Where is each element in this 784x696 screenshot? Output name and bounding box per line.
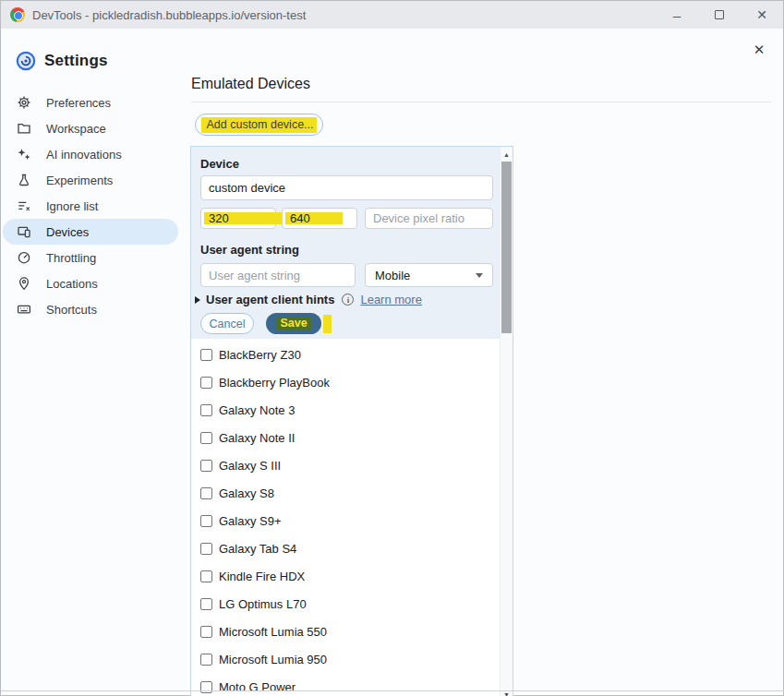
ignore-list-icon bbox=[17, 198, 31, 213]
device-checkbox[interactable] bbox=[200, 377, 212, 389]
info-icon: i bbox=[342, 294, 354, 306]
flask-icon bbox=[17, 173, 31, 187]
device-label: Microsoft Lumia 950 bbox=[219, 653, 327, 666]
device-checkbox[interactable] bbox=[200, 598, 212, 610]
settings-close-button[interactable]: ✕ bbox=[750, 41, 768, 59]
device-checkbox[interactable] bbox=[200, 404, 212, 416]
page-title: Emulated Devices bbox=[191, 76, 310, 92]
device-label: Galaxy S8 bbox=[219, 486, 274, 500]
pin-icon bbox=[17, 276, 31, 291]
device-checkbox[interactable] bbox=[200, 349, 212, 361]
device-height-input-wrap bbox=[282, 208, 357, 229]
chevron-down-icon bbox=[476, 273, 483, 278]
device-list-row: Galaxy S9+ bbox=[191, 507, 500, 534]
folder-icon bbox=[17, 121, 31, 136]
device-label: Galaxy S9+ bbox=[219, 514, 282, 528]
device-list-row: Microsoft Lumia 550 bbox=[191, 618, 500, 645]
device-checkbox[interactable] bbox=[200, 487, 212, 499]
keyboard-icon bbox=[17, 302, 31, 317]
device-label: Kindle Fire HDX bbox=[219, 570, 305, 583]
device-width-input-wrap bbox=[200, 208, 276, 229]
save-button[interactable]: Save bbox=[266, 313, 321, 334]
window-close-button[interactable]: ✕ bbox=[741, 1, 783, 29]
sidebar-item-ignore-list[interactable]: Ignore list bbox=[3, 193, 178, 219]
maximize-icon bbox=[715, 10, 724, 19]
device-list-container: Device User agent string Mobile bbox=[190, 146, 513, 696]
sidebar-item-workspace[interactable]: Workspace bbox=[3, 115, 178, 141]
gauge-icon bbox=[17, 250, 31, 265]
device-label: Galaxy Note 3 bbox=[219, 403, 295, 417]
device-list-row: Galaxy S8 bbox=[191, 479, 500, 507]
emulated-device-list: BlackBerry Z30 Blackberry PlayBook Galax… bbox=[191, 339, 500, 696]
settings-title: Settings bbox=[44, 52, 108, 70]
device-checkbox[interactable] bbox=[200, 515, 212, 527]
device-list-row: Galaxy Note 3 bbox=[191, 396, 500, 424]
device-name-input[interactable] bbox=[200, 175, 493, 200]
device-list-row: Galaxy Tab S4 bbox=[191, 534, 500, 562]
cancel-button[interactable]: Cancel bbox=[200, 313, 254, 334]
device-list-row: Galaxy S III bbox=[191, 451, 500, 479]
sparkle-icon bbox=[17, 147, 31, 162]
device-list-row: Microsoft Lumia 950 bbox=[191, 645, 500, 673]
sidebar-item-experiments[interactable]: Experiments bbox=[3, 167, 178, 193]
sidebar-item-ai-innovations[interactable]: AI innovations bbox=[3, 141, 178, 167]
device-list-row: Blackberry PlayBook bbox=[191, 368, 500, 396]
device-label: Blackberry PlayBook bbox=[219, 376, 330, 390]
devtools-logo-icon bbox=[16, 51, 36, 71]
devices-icon bbox=[17, 224, 31, 239]
device-checkbox[interactable] bbox=[200, 570, 212, 582]
settings-sidebar: Settings Preferences Workspace AI innova… bbox=[1, 42, 182, 322]
device-checkbox[interactable] bbox=[200, 432, 212, 444]
sidebar-item-throttling[interactable]: Throttling bbox=[3, 245, 178, 270]
learn-more-link[interactable]: Learn more bbox=[360, 293, 421, 306]
header-divider bbox=[191, 102, 771, 102]
sidebar-item-locations[interactable]: Locations bbox=[3, 270, 178, 296]
ua-type-select[interactable]: Mobile bbox=[365, 263, 493, 287]
window-maximize-button[interactable] bbox=[698, 1, 741, 29]
custom-device-editor: Device User agent string Mobile bbox=[191, 147, 500, 339]
device-checkbox[interactable] bbox=[200, 654, 212, 666]
device-list-row: Moto G Power bbox=[191, 673, 500, 696]
scroll-down-icon[interactable]: ▼ bbox=[501, 688, 513, 696]
ua-field-label: User agent string bbox=[200, 243, 299, 257]
device-pixel-ratio-input[interactable] bbox=[365, 208, 493, 229]
device-list-row: Kindle Fire HDX bbox=[191, 562, 500, 590]
device-label: LG Optimus L70 bbox=[219, 597, 307, 611]
save-button-label: Save bbox=[276, 317, 310, 330]
device-list-row: BlackBerry Z30 bbox=[191, 341, 500, 368]
devtools-window: DevTools - pickledradish.bubbleapps.io/v… bbox=[0, 0, 784, 696]
sidebar-item-shortcuts[interactable]: Shortcuts bbox=[3, 296, 178, 322]
scroll-up-icon[interactable]: ▲ bbox=[501, 148, 513, 161]
client-hints-label[interactable]: User agent client hints bbox=[206, 293, 334, 306]
device-height-input[interactable] bbox=[283, 209, 356, 228]
client-hints-row: User agent client hints i Learn more bbox=[195, 292, 422, 307]
device-width-input[interactable] bbox=[201, 209, 275, 228]
device-label: Moto G Power bbox=[219, 680, 296, 694]
device-label: BlackBerry Z30 bbox=[219, 348, 301, 362]
sidebar-item-devices[interactable]: Devices bbox=[3, 219, 178, 245]
device-list-row: Galaxy Note II bbox=[191, 424, 500, 451]
gear-icon bbox=[17, 95, 31, 110]
device-list-row: LG Optimus L70 bbox=[191, 590, 500, 618]
window-bottom-divider bbox=[1, 690, 784, 691]
window-minimize-button[interactable]: – bbox=[656, 1, 698, 29]
device-field-label: Device bbox=[200, 157, 239, 171]
user-agent-input[interactable] bbox=[200, 263, 356, 287]
add-custom-device-label: Add custom device... bbox=[201, 117, 316, 133]
device-checkbox[interactable] bbox=[200, 626, 212, 638]
device-label: Galaxy S III bbox=[219, 459, 281, 473]
window-titlebar: DevTools - pickledradish.bubbleapps.io/v… bbox=[1, 1, 783, 29]
scrollbar-thumb[interactable] bbox=[501, 162, 512, 333]
device-checkbox[interactable] bbox=[200, 460, 212, 472]
device-label: Microsoft Lumia 550 bbox=[219, 625, 327, 639]
device-label: Galaxy Tab S4 bbox=[219, 542, 296, 556]
add-custom-device-button[interactable]: Add custom device... bbox=[195, 114, 323, 136]
window-title: DevTools - pickledradish.bubbleapps.io/v… bbox=[32, 8, 306, 22]
sidebar-item-preferences[interactable]: Preferences bbox=[3, 90, 178, 115]
expand-triangle-icon[interactable] bbox=[195, 296, 200, 304]
device-checkbox[interactable] bbox=[200, 543, 212, 555]
chrome-logo-icon bbox=[10, 7, 25, 22]
yellow-marker-stroke bbox=[323, 315, 332, 333]
settings-panel: ✕ Settings Preferences Workspace AI inno… bbox=[1, 29, 783, 690]
vertical-scrollbar[interactable]: ▲ ▼ bbox=[500, 147, 513, 696]
